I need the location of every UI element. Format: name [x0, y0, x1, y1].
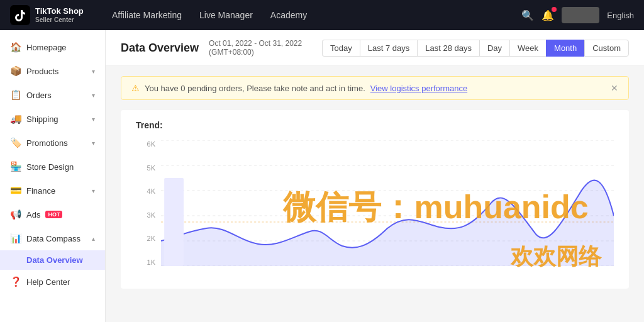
search-icon[interactable]: 🔍	[521, 9, 534, 21]
shipping-icon: 🚚	[10, 113, 21, 125]
content-header: Data Overview Oct 01, 2022 - Oct 31, 202…	[106, 30, 644, 66]
trend-label: Trend:	[136, 120, 614, 130]
chevron-products: ▾	[92, 68, 95, 75]
nav-right-area: 🔍 🔔 English	[521, 7, 634, 23]
main-content: Data Overview Oct 01, 2022 - Oct 31, 202…	[106, 30, 644, 322]
notification-badge	[552, 7, 557, 12]
orders-icon: 📋	[10, 89, 21, 101]
filter-week[interactable]: Week	[509, 40, 546, 57]
sidebar-item-homepage[interactable]: 🏠 Homepage	[0, 35, 105, 59]
y-label-1k: 1K	[147, 258, 155, 266]
ads-icon: 📢	[10, 209, 21, 220]
sidebar-label-orders: Orders	[26, 91, 52, 100]
sidebar-label-finance: Finance	[26, 186, 55, 196]
sidebar-item-data-compass[interactable]: 📊 Data Compass ▴	[0, 226, 105, 250]
chevron-shipping: ▾	[92, 116, 95, 123]
filter-month[interactable]: Month	[546, 40, 584, 57]
y-label-4k: 4K	[147, 187, 155, 195]
sidebar-label-products: Products	[26, 67, 58, 76]
filter-custom[interactable]: Custom	[584, 40, 629, 57]
ads-hot-badge: HOT	[45, 211, 62, 218]
alert-icon: ⚠	[131, 83, 140, 93]
sidebar-sub-label-data-overview: Data Overview	[26, 255, 83, 265]
language-selector[interactable]: English	[607, 11, 634, 20]
alert-close-button[interactable]: ✕	[611, 83, 618, 93]
trend-chart	[161, 140, 614, 266]
trend-section: Trend: 微信号：muhuanidc 欢欢网络 6K 5K 4K 3K 2K…	[121, 110, 629, 289]
products-icon: 📦	[10, 65, 21, 77]
y-label-2k: 2K	[147, 235, 155, 242]
nav-links: Affiliate Marketing Live Manager Academy	[112, 8, 501, 23]
y-label-3k: 3K	[147, 211, 155, 219]
sidebar-label-homepage: Homepage	[26, 43, 67, 52]
filter-day[interactable]: Day	[479, 40, 509, 57]
logo-text: TikTok Shop Seller Center	[35, 6, 84, 24]
date-filter-buttons: Today Last 7 days Last 28 days Day Week …	[322, 40, 629, 57]
filter-last7[interactable]: Last 7 days	[360, 40, 418, 57]
page-title: Data Overview	[121, 42, 199, 55]
top-navigation: TikTok Shop Seller Center Affiliate Mark…	[0, 0, 644, 30]
filter-today[interactable]: Today	[322, 40, 360, 57]
sidebar-label-help-center: Help Center	[26, 277, 70, 287]
nav-live-manager[interactable]: Live Manager	[199, 8, 253, 23]
sidebar-label-shipping: Shipping	[26, 114, 58, 124]
date-range: Oct 01, 2022 - Oct 31, 2022 (GMT+08:00)	[209, 39, 312, 57]
filter-last28[interactable]: Last 28 days	[417, 40, 479, 57]
sidebar-item-promotions[interactable]: 🏷️ Promotions ▾	[0, 131, 105, 155]
tiktok-logo-icon	[10, 5, 30, 25]
nav-academy[interactable]: Academy	[270, 8, 307, 23]
chevron-finance: ▾	[92, 187, 95, 194]
finance-icon: 💳	[10, 185, 21, 196]
store-design-icon: 🏪	[10, 161, 21, 172]
alert-link[interactable]: View logistics performance	[370, 84, 467, 93]
sidebar-item-ads[interactable]: 📢 Ads HOT	[0, 203, 105, 226]
alert-message: You have 0 pending orders, Please take n…	[145, 84, 365, 93]
logo[interactable]: TikTok Shop Seller Center	[10, 5, 92, 25]
data-compass-icon: 📊	[10, 233, 21, 244]
sidebar-item-orders[interactable]: 📋 Orders ▾	[0, 83, 105, 107]
sidebar-label-promotions: Promotions	[26, 138, 68, 148]
sidebar: 🏠 Homepage 📦 Products ▾ 📋 Orders ▾ 🚚 Shi…	[0, 30, 106, 322]
chevron-orders: ▾	[92, 92, 95, 99]
sidebar-label-data-compass: Data Compass	[26, 234, 80, 243]
sidebar-item-shipping[interactable]: 🚚 Shipping ▾	[0, 107, 105, 131]
sidebar-item-help-center[interactable]: ❓ Help Center	[0, 270, 105, 294]
sidebar-label-store-design: Store Design	[26, 162, 74, 172]
notification-icon[interactable]: 🔔	[541, 9, 554, 21]
y-label-5k: 5K	[147, 164, 155, 172]
help-center-icon: ❓	[10, 276, 21, 287]
nav-affiliate-marketing[interactable]: Affiliate Marketing	[112, 8, 182, 23]
chevron-promotions: ▾	[92, 140, 95, 147]
main-layout: 🏠 Homepage 📦 Products ▾ 📋 Orders ▾ 🚚 Shi…	[0, 30, 644, 322]
sidebar-item-finance[interactable]: 💳 Finance ▾	[0, 179, 105, 203]
chevron-data-compass: ▴	[92, 235, 95, 242]
y-label-6k: 6K	[147, 140, 155, 148]
promotions-icon: 🏷️	[10, 137, 21, 148]
sidebar-sub-data-overview[interactable]: Data Overview	[0, 250, 105, 270]
svg-rect-7	[164, 178, 184, 266]
home-icon: 🏠	[10, 42, 21, 53]
sidebar-item-store-design[interactable]: 🏪 Store Design	[0, 155, 105, 179]
user-avatar[interactable]	[562, 7, 599, 23]
sidebar-label-ads: Ads	[26, 210, 40, 219]
alert-banner: ⚠ You have 0 pending orders, Please take…	[121, 76, 629, 100]
sidebar-item-products[interactable]: 📦 Products ▾	[0, 59, 105, 83]
